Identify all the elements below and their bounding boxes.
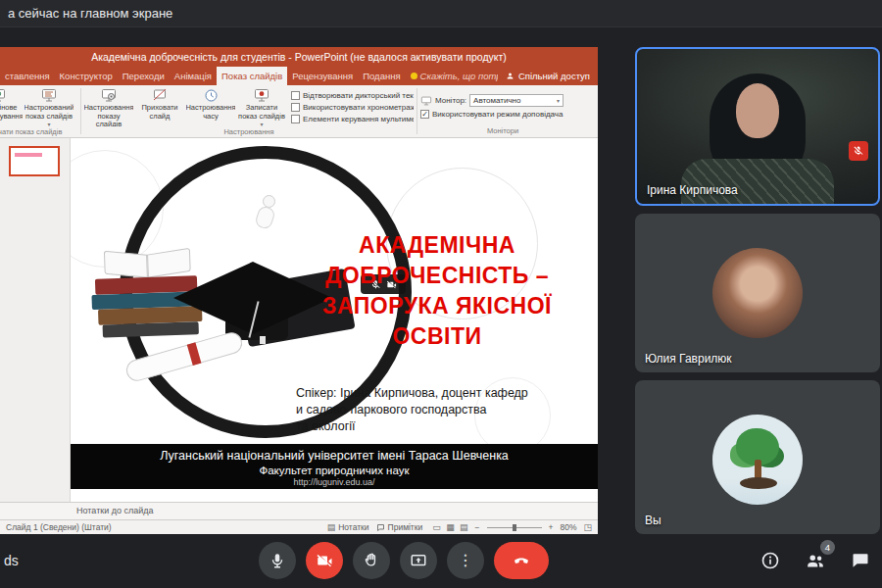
online-present-button[interactable]: Онлайнове презентування ▾ (0, 87, 23, 126)
tassel-end (260, 336, 266, 344)
more-options-icon: ⋮ (458, 553, 473, 568)
online-present-icon (0, 88, 6, 103)
info-icon (760, 551, 780, 570)
avatar (712, 415, 803, 505)
hide-slide-icon (152, 88, 168, 103)
checkbox-box (291, 115, 300, 123)
mic-muted-badge (849, 141, 868, 161)
notes-pane[interactable]: Нотатки до слайда (0, 502, 598, 519)
people-button[interactable]: 4 (804, 546, 827, 575)
shared-screen[interactable]: Академічна доброчесність для студентів -… (0, 47, 598, 534)
participant-tile-irina[interactable]: Ірина Кирпичова (635, 47, 880, 206)
faculty-name: Факультет природничих наук (71, 464, 598, 477)
zoom-slider[interactable] (487, 527, 542, 528)
checkbox-presenter-view[interactable]: ✓ Використовувати режим доповідача (420, 110, 585, 119)
view-switcher[interactable]: ▭ ▦ ▤ (429, 522, 467, 532)
tab-animations[interactable]: Анімація (170, 67, 217, 85)
group-label-start: Почати показ слайдів (0, 126, 77, 137)
slide-thumbnail-1[interactable] (9, 146, 60, 176)
status-slide-info: Слайд 1 (Сведени) (Штати) (6, 522, 112, 532)
custom-show-icon (41, 88, 57, 103)
control-bar: ds ⋮ (0, 534, 882, 588)
tab-transitions[interactable]: Переходи (118, 67, 170, 85)
mic-button[interactable] (259, 542, 296, 579)
call-controls: ⋮ (259, 542, 549, 579)
checkbox-play-narrations[interactable]: Відтворювати дикторський текст (291, 91, 414, 100)
reading-view-icon[interactable]: ▤ (460, 522, 468, 532)
avatar (712, 248, 803, 338)
present-screen-icon (410, 552, 427, 569)
end-call-button[interactable] (494, 542, 549, 579)
chat-icon (851, 551, 870, 570)
ppt-ribbon: Онлайнове презентування ▾ Настроюваний п… (0, 85, 598, 138)
record-icon (254, 88, 270, 103)
lightbulb-icon (411, 73, 417, 79)
tab-review[interactable]: Рецензування (287, 67, 358, 85)
slideshow-options: Відтворювати дикторський текст Використо… (288, 87, 414, 126)
group-label-monitors: Монітори (420, 125, 585, 137)
checkbox-media-controls[interactable]: Елементи керування мультимедіа (291, 115, 414, 123)
notes-toggle[interactable]: ▤ Нотатки (327, 522, 369, 532)
meeting-code: ds (4, 553, 19, 568)
participant-tile-yuliya[interactable]: Юлия Гаврилюк (635, 214, 880, 372)
group-start-slideshow: Онлайнове презентування ▾ Настроюваний п… (0, 85, 80, 137)
mic-off-icon (853, 145, 864, 157)
setup-show-button[interactable]: Настроювання показу слайдів (84, 87, 133, 126)
ppt-window-title: Академічна доброчесність для студентів -… (0, 47, 598, 67)
end-call-icon (512, 551, 531, 570)
hide-slide-button[interactable]: Приховати слайд (135, 87, 184, 126)
ppt-share-button[interactable]: Спільний доступ (498, 67, 598, 85)
slide-footer-bar: Луганський національний університет імен… (71, 444, 598, 489)
meet-app: а сейчас на главном экране Академічна до… (0, 0, 882, 588)
zoom-in-button[interactable]: + (549, 522, 554, 532)
more-options-button[interactable]: ⋮ (447, 542, 484, 579)
record-slideshow-button[interactable]: Записати показ слайдів ▾ (237, 87, 286, 126)
checkbox-box (291, 91, 300, 100)
university-url: http://luguniv.edu.ua/ (71, 477, 598, 488)
normal-view-icon[interactable]: ▭ (432, 522, 441, 532)
clock-icon (204, 88, 219, 103)
ppt-ribbon-tabs: ставлення Конструктор Переходи Анімація … (0, 67, 598, 85)
tab-slideshow[interactable]: Показ слайдів (217, 67, 287, 85)
rehearse-timings-button[interactable]: Настроювання часу (186, 87, 235, 126)
checkbox-box: ✓ (420, 110, 429, 119)
university-name: Луганський національний університет імен… (71, 449, 598, 464)
present-button[interactable] (400, 542, 437, 579)
group-setup: Настроювання показу слайдів Приховати сл… (81, 85, 416, 137)
zoom-level: 80% (560, 522, 576, 532)
raise-hand-button[interactable] (353, 542, 390, 579)
comments-icon (376, 523, 385, 532)
monitor-dropdown[interactable]: Автоматично ▾ (469, 94, 564, 107)
tab-view[interactable]: Подання (358, 67, 405, 85)
share-notice-bar: а сейчас на главном экране (0, 0, 882, 27)
participant-count-badge: 4 (820, 540, 835, 555)
checkbox-box (291, 103, 300, 112)
sorter-view-icon[interactable]: ▦ (446, 522, 455, 532)
comments-toggle[interactable]: Примітки (376, 522, 423, 532)
group-monitors: Монітор: Автоматично ▾ ✓ Використовувати… (417, 85, 588, 137)
camera-button[interactable] (306, 542, 343, 579)
participant-tile-you[interactable]: Вы (635, 380, 880, 534)
slide-thumbnails-pane[interactable] (0, 138, 71, 502)
slide-speaker-text: Спікер: Ірина Кирпичова, доцент кафедр и… (296, 385, 586, 435)
share-notice-text: а сейчас на главном экране (0, 6, 172, 21)
setup-show-icon (101, 88, 117, 103)
chat-button[interactable] (849, 546, 872, 575)
custom-show-button[interactable]: Настроюваний показ слайдів ▾ (24, 87, 74, 126)
zoom-out-button[interactable]: − (475, 522, 480, 532)
tab-design[interactable]: Конструктор (55, 67, 118, 85)
participant-name: Вы (645, 514, 662, 527)
monitor-label: Монітор: (435, 96, 466, 105)
slide-canvas[interactable]: АКАДЕМІЧНА ДОБРОЧЕСНІСТЬ – ЗАПОРУКА ЯКІС… (71, 138, 598, 502)
share-person-icon (506, 72, 514, 80)
notes-icon: ▤ (327, 522, 336, 532)
meeting-panels: 4 (759, 546, 872, 575)
participant-name: Юлия Гаврилюк (645, 352, 732, 366)
tab-insert[interactable]: ставлення (0, 67, 55, 85)
ppt-status-bar: Слайд 1 (Сведени) (Штати) ▤ Нотатки Прим… (0, 519, 598, 534)
checkbox-use-timings[interactable]: Використовувати хронометраж (291, 103, 414, 112)
tell-me-box[interactable]: Скажіть, що потрібно зробити... (406, 67, 498, 85)
info-button[interactable] (759, 546, 782, 575)
dropdown-caret-icon: ▾ (557, 97, 560, 104)
fit-slide-icon[interactable]: ◳ (583, 522, 592, 532)
